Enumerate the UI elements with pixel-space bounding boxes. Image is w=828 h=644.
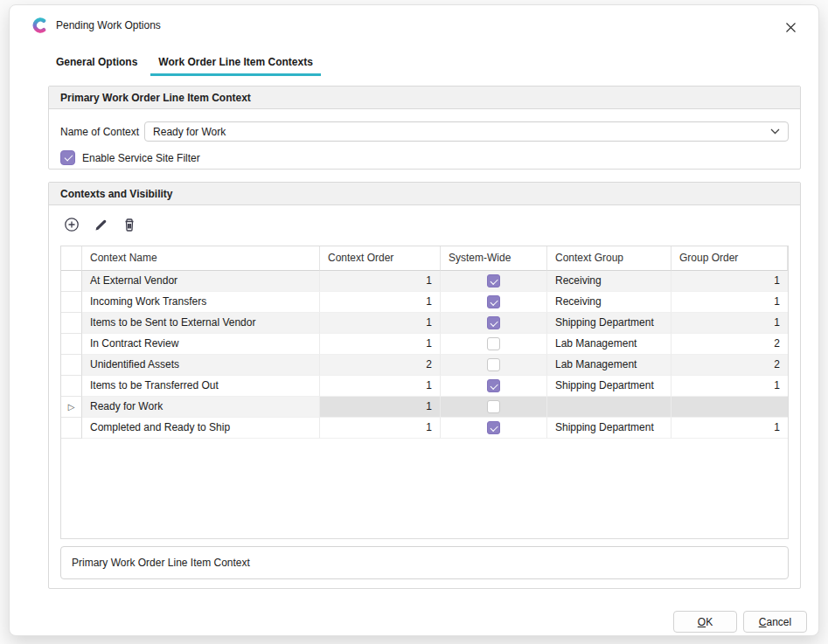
ok-button[interactable]: OK — [673, 611, 737, 633]
close-button[interactable] — [782, 18, 799, 36]
cell-group-order[interactable]: 2 — [671, 334, 788, 355]
cell-context-order[interactable]: 2 — [320, 355, 441, 376]
row-indicator-cell[interactable] — [61, 271, 82, 292]
cell-system-wide — [441, 418, 547, 439]
cell-context-order[interactable]: 1 — [320, 397, 441, 418]
cell-context-group[interactable]: Shipping Department — [547, 418, 671, 439]
row-indicator-cell[interactable] — [61, 418, 82, 439]
column-header-context-name[interactable]: Context Name — [82, 246, 320, 271]
contexts-grid: Context NameContext OrderSystem-WideCont… — [60, 246, 789, 539]
grid-body: At External Vendor1Receiving1Incoming Wo… — [61, 271, 788, 439]
plus-circle-icon — [64, 217, 80, 232]
row-indicator-cell[interactable] — [61, 313, 82, 334]
cell-context-group[interactable]: Receiving — [547, 271, 671, 292]
tab-work-order-line-item-contexts[interactable]: Work Order Line Item Contexts — [150, 54, 320, 76]
column-header-context-group[interactable]: Context Group — [547, 246, 671, 271]
cell-system-wide — [441, 334, 547, 355]
table-row[interactable]: ▷Ready for Work1 — [61, 397, 788, 418]
grid-header: Context NameContext OrderSystem-WideCont… — [61, 246, 788, 271]
system-wide-checkbox[interactable] — [487, 274, 500, 287]
row-indicator-cell[interactable] — [61, 334, 82, 355]
cell-context-group[interactable]: Lab Management — [547, 355, 671, 376]
edit-button[interactable] — [92, 216, 109, 233]
cell-context-order[interactable]: 1 — [320, 292, 441, 313]
primary-context-groupbox: Primary Work Order Line Item Context Nam… — [48, 86, 801, 170]
tab-general-options[interactable]: General Options — [48, 54, 145, 76]
column-header-group-order[interactable]: Group Order — [671, 246, 788, 271]
cell-group-order[interactable]: 1 — [671, 313, 788, 334]
cell-group-order[interactable]: 1 — [671, 418, 788, 439]
close-icon — [786, 23, 795, 31]
add-button[interactable] — [63, 216, 80, 233]
ok-button-label: OK — [698, 616, 713, 628]
table-row[interactable]: Incoming Work Transfers1Receiving1 — [61, 292, 788, 313]
cell-group-order[interactable]: 2 — [671, 355, 788, 376]
table-row[interactable]: Completed and Ready to Ship1Shipping Dep… — [61, 418, 788, 439]
name-of-context-combobox[interactable]: Ready for Work — [144, 121, 789, 142]
app-logo-icon — [32, 17, 48, 33]
system-wide-checkbox[interactable] — [487, 295, 500, 308]
grid-toolbar — [63, 216, 138, 233]
system-wide-checkbox[interactable] — [487, 421, 500, 434]
row-indicator-cell[interactable] — [61, 355, 82, 376]
delete-button[interactable] — [121, 216, 138, 233]
system-wide-checkbox[interactable] — [487, 379, 500, 392]
grid-header-row-indicator-cell — [61, 246, 82, 271]
trash-icon — [122, 218, 136, 232]
cell-context-group[interactable] — [547, 397, 671, 418]
table-row[interactable]: Items to be Transferred Out1Shipping Dep… — [61, 376, 788, 397]
row-indicator-cell[interactable] — [61, 376, 82, 397]
cell-system-wide — [441, 271, 547, 292]
cell-context-order[interactable]: 1 — [320, 376, 441, 397]
contexts-visibility-groupbox: Contexts and Visibility Co — [48, 182, 801, 589]
system-wide-checkbox[interactable] — [487, 358, 500, 371]
cell-context-order[interactable]: 1 — [320, 313, 441, 334]
column-header-system-wide[interactable]: System-Wide — [441, 246, 547, 271]
cell-system-wide — [441, 376, 547, 397]
cancel-button[interactable]: Cancel — [743, 611, 807, 633]
tab-bar: General OptionsWork Order Line Item Cont… — [48, 54, 321, 76]
cell-group-order[interactable]: 1 — [671, 271, 788, 292]
table-row[interactable]: Unidentified Assets2Lab Management2 — [61, 355, 788, 376]
system-wide-checkbox[interactable] — [487, 337, 500, 350]
cell-context-order[interactable]: 1 — [320, 418, 441, 439]
enable-service-site-filter-checkbox[interactable] — [60, 150, 75, 165]
cell-context-group[interactable]: Receiving — [547, 292, 671, 313]
table-row[interactable]: In Contract Review1Lab Management2 — [61, 334, 788, 355]
system-wide-checkbox[interactable] — [487, 400, 500, 413]
table-row[interactable]: At External Vendor1Receiving1 — [61, 271, 788, 292]
cell-context-name[interactable]: Completed and Ready to Ship — [82, 418, 320, 439]
cell-context-group[interactable]: Shipping Department — [547, 313, 671, 334]
cell-system-wide — [441, 355, 547, 376]
name-of-context-value: Ready for Work — [153, 126, 226, 138]
name-of-context-label: Name of Context — [60, 126, 139, 138]
pending-work-options-dialog: Pending Work Options General OptionsWork… — [9, 4, 819, 636]
column-header-context-order[interactable]: Context Order — [320, 246, 441, 271]
cell-group-order[interactable] — [671, 397, 788, 418]
system-wide-checkbox[interactable] — [487, 316, 500, 329]
cell-context-name[interactable]: Ready for Work — [82, 397, 320, 418]
cell-context-group[interactable]: Shipping Department — [547, 376, 671, 397]
pencil-icon — [94, 218, 108, 232]
cell-context-name[interactable]: At External Vendor — [82, 271, 320, 292]
table-row[interactable]: Items to be Sent to External Vendor1Ship… — [61, 313, 788, 334]
cell-context-order[interactable]: 1 — [320, 334, 441, 355]
cell-context-name[interactable]: Unidentified Assets — [82, 355, 320, 376]
cell-context-order[interactable]: 1 — [320, 271, 441, 292]
grid-footer-box: Primary Work Order Line Item Context — [60, 546, 789, 579]
cell-context-name[interactable]: Items to be Transferred Out — [82, 376, 320, 397]
cell-group-order[interactable]: 1 — [671, 292, 788, 313]
cell-context-name[interactable]: In Contract Review — [82, 334, 320, 355]
cell-context-name[interactable]: Items to be Sent to External Vendor — [82, 313, 320, 334]
primary-groupbox-title: Primary Work Order Line Item Context — [49, 87, 800, 109]
contexts-groupbox-title: Contexts and Visibility — [49, 183, 800, 205]
selected-row-arrow-icon[interactable]: ▷ — [61, 397, 82, 418]
enable-service-site-filter-label: Enable Service Site Filter — [82, 152, 200, 164]
cancel-button-label: Cancel — [759, 616, 791, 628]
cell-context-name[interactable]: Incoming Work Transfers — [82, 292, 320, 313]
chevron-down-icon — [770, 128, 780, 135]
row-indicator-cell[interactable] — [61, 292, 82, 313]
cell-system-wide — [441, 292, 547, 313]
cell-context-group[interactable]: Lab Management — [547, 334, 671, 355]
cell-group-order[interactable]: 1 — [671, 376, 788, 397]
